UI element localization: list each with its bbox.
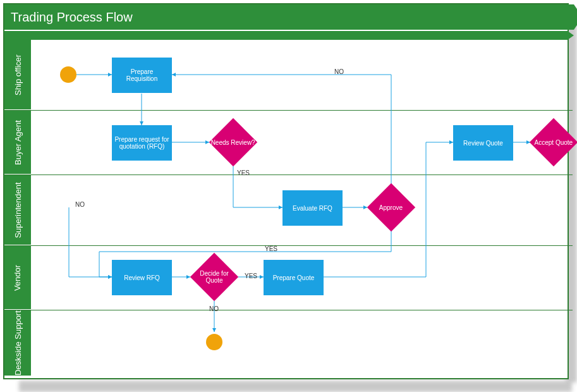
lane-label: Deskside Support [13, 310, 23, 376]
edge-label-no: NO [75, 201, 85, 208]
node-label: Prepare Quote [273, 274, 315, 281]
lane-buyer-agent: Buyer Agent [4, 111, 31, 174]
node-prepare-requisition: Prepare Requisition [112, 58, 172, 93]
lane-label: Vendor [13, 264, 22, 290]
lane-superintendent: Superintendent [4, 175, 31, 245]
lane-ship-officer: Ship officer [4, 40, 31, 109]
edge-label-no: NO [209, 305, 219, 312]
node-label: Review RFQ [124, 274, 160, 281]
node-evaluate-rfq: Evaluate RFQ [282, 190, 343, 226]
node-label: Accept Quote [535, 139, 573, 146]
node-label: Approve [379, 204, 403, 211]
node-label: Prepare request for quotation (RFQ) [114, 136, 169, 150]
node-prepare-rfq: Prepare request for quotation (RFQ) [112, 125, 172, 161]
lane-header-column: Ship officer Buyer Agent Superintendent … [4, 40, 31, 388]
edge-label-yes: YES [245, 273, 257, 279]
diagram-stage: Trading Process Flow Ship officer Buyer … [0, 0, 577, 392]
edge-label-yes: YES [237, 169, 250, 176]
diagram-canvas: Prepare Requisition Prepare request for … [31, 40, 573, 388]
node-review-quote: Review Quote [453, 125, 513, 161]
lane-label: Superintendent [13, 182, 23, 238]
node-label: Prepare Requisition [114, 68, 169, 82]
start-node [60, 66, 76, 83]
lane-label: Ship officer [13, 54, 23, 95]
sub-ribbon [4, 31, 568, 40]
node-label: Decide for Quote [197, 270, 231, 284]
node-review-rfq: Review RFQ [112, 260, 172, 295]
lane-vendor: Vendor [4, 246, 31, 309]
end-node [206, 334, 222, 350]
edge-label-no: NO [334, 68, 344, 75]
node-label: Needs Review? [211, 139, 255, 146]
node-label: Evaluate RFQ [293, 205, 332, 212]
lane-deskside-support: Deskside Support [4, 310, 31, 376]
lane-label: Buyer Agent [13, 120, 23, 165]
node-label: Review Quote [463, 140, 503, 147]
edge-label-yes: YES [265, 245, 277, 252]
node-prepare-quote: Prepare Quote [264, 260, 324, 295]
